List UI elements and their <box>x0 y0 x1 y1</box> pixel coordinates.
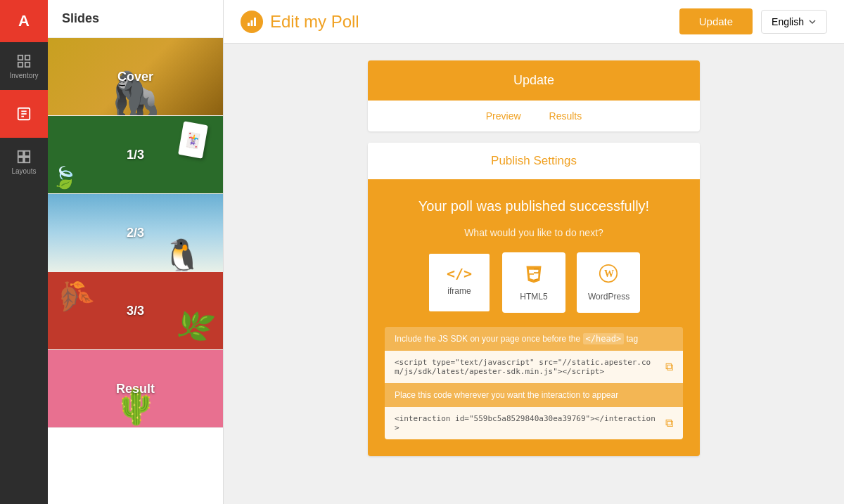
wordpress-svg: W <box>599 264 618 283</box>
language-selector[interactable]: English <box>761 10 827 34</box>
leaf-decoration: 🍃 <box>51 165 77 190</box>
svg-text:W: W <box>604 269 614 279</box>
left-nav: A Inventory Layouts <box>0 0 48 504</box>
code-section: Include the JS SDK on your page once bef… <box>385 327 683 439</box>
html5-label: HTML5 <box>513 292 554 302</box>
slides-sidebar: Slides 🦍 Cover 🃏 🍃 1/3 🐧 2/3 🍂 🌿 3/3 🌵 <box>48 0 224 504</box>
slide-2-label: 2/3 <box>127 226 144 240</box>
card-decoration: 🃏 <box>178 121 208 158</box>
logo-letter: A <box>18 12 30 30</box>
sdk-tag: </head> <box>583 333 625 344</box>
layouts-icon <box>16 149 32 164</box>
inventory-label: Inventory <box>9 72 38 79</box>
svg-rect-1 <box>25 55 30 59</box>
svg-rect-8 <box>18 150 23 155</box>
logo-button[interactable]: A <box>0 0 48 42</box>
update-card: Update Preview Results <box>368 60 700 131</box>
iframe-icon: </> <box>440 265 478 282</box>
slide-item-2[interactable]: 🐧 2/3 <box>48 194 223 272</box>
page-title-area: Edit my Poll <box>241 11 359 33</box>
wordpress-label: WordPress <box>588 292 629 302</box>
svg-rect-3 <box>25 62 30 66</box>
sdk-instruction-text: Include the JS SDK on your page once bef… <box>395 334 580 344</box>
svg-rect-13 <box>251 20 253 25</box>
sdk-code-block: <script type="text/javascript" src="//st… <box>385 351 683 383</box>
html5-svg <box>524 264 544 283</box>
svg-rect-11 <box>25 157 30 162</box>
publish-card: Publish Settings Your poll was published… <box>368 143 700 456</box>
header-update-button[interactable]: Update <box>679 8 753 34</box>
wordpress-icon: W <box>588 264 629 287</box>
publish-success-message: Your poll was published successfully! <box>385 196 683 216</box>
inventory-icon <box>16 53 32 69</box>
results-link[interactable]: Results <box>549 110 582 122</box>
svg-marker-17 <box>529 270 539 280</box>
embed-instruction: Place this code wherever you want the in… <box>385 383 683 407</box>
html5-icon <box>513 264 554 287</box>
page-title: Edit my Poll <box>270 12 359 32</box>
main-update-button[interactable]: Update <box>368 60 700 101</box>
layouts-label: Layouts <box>11 167 36 175</box>
iframe-label: iframe <box>440 286 478 296</box>
sidebar-title: Slides <box>48 0 223 38</box>
embed-option-html5[interactable]: HTML5 <box>502 252 565 313</box>
slide-3-label: 3/3 <box>127 304 144 318</box>
sidebar-item-inventory[interactable]: Inventory <box>0 42 48 90</box>
leaf-red-1: 🍂 <box>49 273 96 319</box>
language-label: English <box>772 16 804 27</box>
sdk-code: <script type="text/javascript" src="//st… <box>395 358 660 376</box>
svg-rect-14 <box>254 18 256 26</box>
embed-code: <interaction id="559bc5a8529840a30ea3976… <box>395 414 660 432</box>
content-area: Update Preview Results Publish Settings … <box>351 44 717 473</box>
leaf-red-2: 🌿 <box>172 304 217 347</box>
header-actions: Update English <box>679 8 827 34</box>
copy-sdk-button[interactable]: ⧉ <box>665 361 673 373</box>
slide-item-1[interactable]: 🃏 🍃 1/3 <box>48 116 223 194</box>
sidebar-item-polls[interactable] <box>0 90 48 138</box>
preview-link[interactable]: Preview <box>486 110 521 122</box>
slide-1-label: 1/3 <box>127 148 144 162</box>
slide-item-result[interactable]: 🌵 Result <box>48 350 223 428</box>
svg-rect-10 <box>18 157 23 162</box>
slide-item-cover[interactable]: 🦍 Cover <box>48 38 223 116</box>
svg-rect-9 <box>25 150 30 155</box>
penguin-decoration: 🐧 <box>162 240 202 271</box>
embed-option-iframe[interactable]: </> iframe <box>428 252 491 313</box>
svg-rect-2 <box>18 62 23 66</box>
poll-icon <box>241 11 263 33</box>
publish-title: Publish Settings <box>491 154 577 167</box>
sdk-tag-suffix: tag <box>626 334 638 344</box>
svg-rect-0 <box>18 55 23 59</box>
copy-embed-button[interactable]: ⧉ <box>665 417 673 429</box>
publish-body: Your poll was published successfully! Wh… <box>368 179 700 456</box>
slide-item-3[interactable]: 🍂 🌿 3/3 <box>48 272 223 350</box>
main-content: Edit my Poll Update English Update Previ… <box>224 0 844 504</box>
sidebar-item-layouts[interactable]: Layouts <box>0 138 48 186</box>
embed-option-wordpress[interactable]: W WordPress <box>577 252 640 313</box>
publish-settings-header: Publish Settings <box>368 143 700 179</box>
embed-code-block: <interaction id="559bc5a8529840a30ea3976… <box>385 407 683 439</box>
publish-question: What would you like to do next? <box>385 227 683 238</box>
chevron-down-icon <box>808 18 817 26</box>
result-label: Result <box>116 382 155 396</box>
card-links: Preview Results <box>368 101 700 131</box>
poll-header-icon <box>245 15 258 28</box>
sdk-instruction: Include the JS SDK on your page once bef… <box>385 327 683 351</box>
embed-options: </> iframe HTML5 <box>385 252 683 313</box>
top-header: Edit my Poll Update English <box>224 0 844 44</box>
slide-cover-label: Cover <box>117 70 153 84</box>
polls-icon <box>16 106 32 122</box>
svg-rect-12 <box>248 22 250 26</box>
